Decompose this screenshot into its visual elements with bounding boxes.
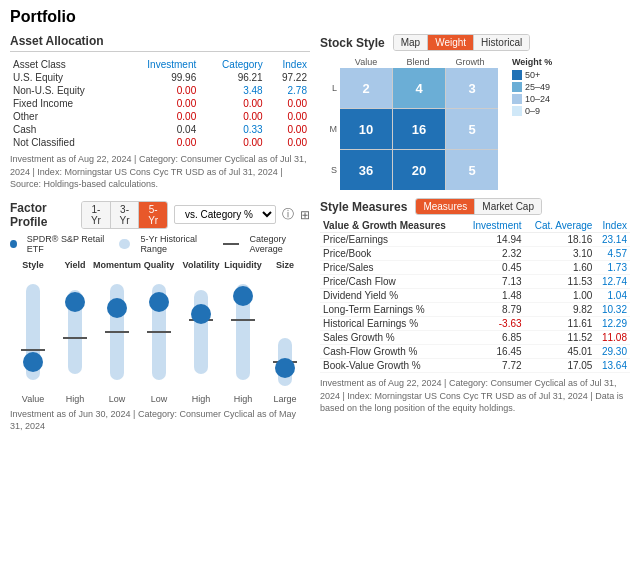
col-index: Index: [266, 58, 310, 71]
style-cell: 36: [340, 150, 392, 190]
factor-col-label: Momentum: [93, 260, 141, 270]
measures-col-index: Index: [595, 219, 630, 233]
measure-cat-avg: 1.00: [525, 289, 596, 303]
factor-avg-line: [63, 337, 87, 339]
range-icon: [119, 239, 131, 249]
measure-label: Cash-Flow Growth %: [320, 345, 463, 359]
stock-style-tab-map[interactable]: Map: [394, 35, 428, 50]
asset-row-index: 0.00: [266, 123, 310, 136]
weight-label: 10–24: [525, 94, 550, 104]
factor-dot: [275, 358, 295, 378]
measure-cat-avg: 11.52: [525, 331, 596, 345]
measures-tab-group: MeasuresMarket Cap: [415, 198, 542, 215]
factor-tab-group: 1-Yr3-Yr5-Yr: [81, 201, 168, 229]
stock-style-tab-historical[interactable]: Historical: [474, 35, 529, 50]
factor-dot: [149, 292, 169, 312]
measure-index: 12.29: [595, 317, 630, 331]
factor-column-style: StyleValue: [14, 260, 52, 404]
style-cell: 5: [446, 150, 498, 190]
asset-row-investment: 0.00: [121, 97, 199, 110]
measure-cat-avg: 11.61: [525, 317, 596, 331]
factor-profile-title: Factor Profile: [10, 201, 75, 229]
measure-investment: -3.63: [463, 317, 524, 331]
asset-row-category: 0.00: [199, 110, 265, 123]
style-measures-title: Style Measures: [320, 200, 407, 214]
factor-tab-1yr[interactable]: 1-Yr: [82, 202, 111, 228]
row-label-medium: M: [320, 108, 340, 149]
asset-row-index: 2.78: [266, 84, 310, 97]
stock-style-tab-weight[interactable]: Weight: [428, 35, 474, 50]
weight-legend: Weight % 50+25–4910–240–9: [512, 57, 552, 190]
range-legend-label: 5-Yr Historical Range: [140, 234, 212, 254]
factor-col-label: Size: [276, 260, 294, 270]
measure-label: Book-Value Growth %: [320, 359, 463, 373]
weight-legend-title: Weight %: [512, 57, 552, 67]
asset-row-index: 0.00: [266, 97, 310, 110]
asset-row-label: U.S. Equity: [10, 71, 121, 84]
measure-label: Price/Book: [320, 247, 463, 261]
factor-sub-label: High: [192, 394, 211, 404]
measures-tab-market-cap[interactable]: Market Cap: [475, 199, 541, 214]
measures-tab-measures[interactable]: Measures: [416, 199, 475, 214]
factor-footer: Investment as of Jun 30, 2024 | Category…: [10, 408, 310, 433]
col-asset-class: Asset Class: [10, 58, 121, 71]
factor-col-label: Style: [22, 260, 44, 270]
factor-sub-label: Large: [273, 394, 296, 404]
factor-col-label: Yield: [64, 260, 85, 270]
measure-investment: 1.48: [463, 289, 524, 303]
weight-swatch: [512, 94, 522, 104]
col-category: Category: [199, 58, 265, 71]
style-cell: 20: [393, 150, 445, 190]
col-label-blend: Blend: [392, 57, 444, 67]
measure-label: Sales Growth %: [320, 331, 463, 345]
weight-legend-item: 0–9: [512, 106, 552, 116]
measure-investment: 6.85: [463, 331, 524, 345]
factor-chart: StyleValueYieldHighMomentumLowQualityLow…: [10, 260, 310, 404]
grid-icon[interactable]: ⊞: [300, 208, 310, 222]
measure-index: 29.30: [595, 345, 630, 359]
style-cell: 4: [393, 68, 445, 108]
measure-cat-avg: 18.16: [525, 233, 596, 247]
factor-avg-line: [147, 331, 171, 333]
factor-dot: [107, 298, 127, 318]
style-cell: 3: [446, 68, 498, 108]
factor-column-yield: YieldHigh: [56, 260, 94, 404]
asset-row-index: 97.22: [266, 71, 310, 84]
measure-label: Long-Term Earnings %: [320, 303, 463, 317]
measure-cat-avg: 3.10: [525, 247, 596, 261]
col-label-growth: Growth: [444, 57, 496, 67]
asset-row-label: Non-U.S. Equity: [10, 84, 121, 97]
row-label-large: L: [320, 68, 340, 108]
measure-index: 1.04: [595, 289, 630, 303]
factor-tab-5yr[interactable]: 5-Yr: [139, 202, 167, 228]
factor-sub-label: High: [66, 394, 85, 404]
asset-row-category: 0.00: [199, 136, 265, 149]
weight-legend-item: 10–24: [512, 94, 552, 104]
factor-tab-3yr[interactable]: 3-Yr: [111, 202, 140, 228]
factor-sub-label: High: [234, 394, 253, 404]
factor-dot: [233, 286, 253, 306]
measure-label: Dividend Yield %: [320, 289, 463, 303]
vs-dropdown[interactable]: vs. Category %: [174, 205, 276, 224]
factor-col-label: Liquidity: [224, 260, 262, 270]
measure-index: 13.64: [595, 359, 630, 373]
measure-investment: 0.45: [463, 261, 524, 275]
measure-investment: 8.79: [463, 303, 524, 317]
factor-avg-line: [21, 349, 45, 351]
stock-style-tabs: MapWeightHistorical: [393, 34, 531, 51]
factor-column-momentum: MomentumLow: [98, 260, 136, 404]
weight-label: 25–49: [525, 82, 550, 92]
measure-investment: 14.94: [463, 233, 524, 247]
info-icon[interactable]: ⓘ: [282, 206, 294, 223]
measure-index: 1.73: [595, 261, 630, 275]
asset-row-label: Cash: [10, 123, 121, 136]
asset-row-label: Fixed Income: [10, 97, 121, 110]
factor-avg-line: [105, 331, 129, 333]
factor-column-liquidity: LiquidityHigh: [224, 260, 262, 404]
factor-column-size: SizeLarge: [266, 260, 304, 404]
measures-col-cat: Cat. Average: [525, 219, 596, 233]
factor-sub-label: Low: [109, 394, 126, 404]
asset-row-category: 3.48: [199, 84, 265, 97]
asset-row-index: 0.00: [266, 136, 310, 149]
factor-sub-label: Value: [22, 394, 44, 404]
